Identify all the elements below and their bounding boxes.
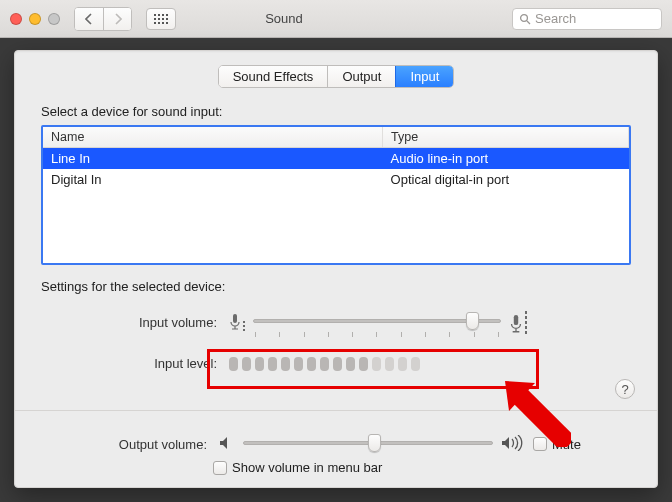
mute-checkbox[interactable]: Mute bbox=[533, 437, 581, 452]
input-volume-thumb[interactable] bbox=[466, 312, 479, 330]
close-icon[interactable] bbox=[10, 13, 22, 25]
divider bbox=[15, 410, 657, 411]
input-device-table[interactable]: Name Type Line In Audio line-in port Dig… bbox=[41, 125, 631, 265]
input-level-row: Input level: bbox=[15, 354, 657, 373]
tab-sound-effects[interactable]: Sound Effects bbox=[219, 66, 328, 87]
window-title: Sound bbox=[64, 11, 504, 26]
input-volume-slider[interactable] bbox=[223, 302, 533, 342]
search-icon bbox=[519, 13, 531, 25]
svg-point-0 bbox=[521, 14, 528, 21]
output-volume-row: Output volume: Mute bbox=[37, 434, 635, 454]
menu-bar-row: Show volume in menu bar bbox=[37, 454, 635, 475]
svg-rect-2 bbox=[514, 315, 518, 325]
input-level-meter bbox=[223, 357, 533, 371]
minimize-icon[interactable] bbox=[29, 13, 41, 25]
svg-rect-1 bbox=[233, 314, 237, 323]
input-device-heading: Select a device for sound input: bbox=[41, 104, 631, 119]
zoom-icon[interactable] bbox=[48, 13, 60, 25]
input-volume-row: Input volume: bbox=[15, 300, 657, 344]
output-volume-label: Output volume: bbox=[37, 437, 213, 452]
preference-pane: Sound Effects Output Input Select a devi… bbox=[14, 50, 658, 488]
tab-input[interactable]: Input bbox=[395, 66, 453, 87]
window-controls bbox=[10, 13, 60, 25]
search-placeholder: Search bbox=[535, 11, 576, 26]
table-row[interactable]: Digital In Optical digital-in port bbox=[43, 169, 629, 190]
settings-heading: Settings for the selected device: bbox=[15, 265, 657, 300]
titlebar: Sound Search bbox=[0, 0, 672, 38]
mic-low-icon bbox=[229, 313, 245, 331]
tab-bar: Sound Effects Output Input bbox=[15, 65, 657, 88]
help-button[interactable]: ? bbox=[615, 379, 635, 399]
mic-high-icon bbox=[509, 311, 527, 334]
speaker-high-icon bbox=[501, 435, 523, 454]
input-level-label: Input level: bbox=[41, 356, 223, 371]
speaker-low-icon bbox=[219, 436, 235, 453]
search-input[interactable]: Search bbox=[512, 8, 662, 30]
output-volume-slider[interactable] bbox=[243, 434, 493, 454]
table-row[interactable]: Line In Audio line-in port bbox=[43, 148, 629, 170]
show-volume-menubar-checkbox[interactable]: Show volume in menu bar bbox=[213, 460, 382, 475]
input-volume-label: Input volume: bbox=[41, 315, 223, 330]
tab-output[interactable]: Output bbox=[327, 66, 395, 87]
output-volume-thumb[interactable] bbox=[368, 434, 381, 452]
col-type[interactable]: Type bbox=[383, 127, 629, 148]
col-name[interactable]: Name bbox=[43, 127, 383, 148]
